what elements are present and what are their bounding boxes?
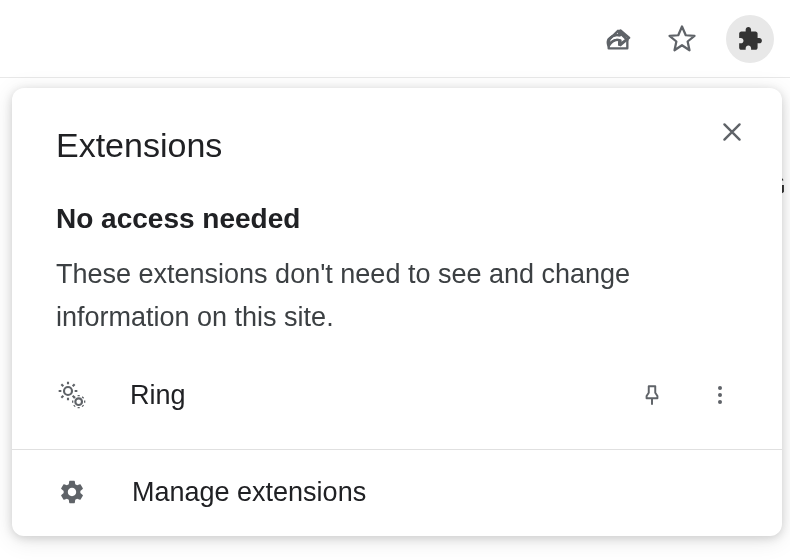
extensions-popup: PC risk.com Extensions No access needed … xyxy=(12,88,782,536)
popup-header: Extensions xyxy=(12,88,782,165)
browser-toolbar xyxy=(0,0,790,78)
close-icon[interactable] xyxy=(714,114,750,150)
more-icon[interactable] xyxy=(702,377,738,413)
svg-point-4 xyxy=(718,400,722,404)
extension-actions xyxy=(634,377,738,413)
manage-extensions-button[interactable]: Manage extensions xyxy=(12,450,782,536)
svg-point-3 xyxy=(718,393,722,397)
popup-title: Extensions xyxy=(56,126,222,165)
share-icon[interactable] xyxy=(598,19,638,59)
svg-point-2 xyxy=(718,386,722,390)
extensions-button[interactable] xyxy=(726,15,774,63)
popup-body: No access needed These extensions don't … xyxy=(12,165,782,449)
section-heading: No access needed xyxy=(56,203,738,235)
gear-icon xyxy=(56,476,88,508)
extension-name: Ring xyxy=(130,380,592,411)
section-description: These extensions don't need to see and c… xyxy=(56,253,738,339)
gears-icon xyxy=(56,379,88,411)
svg-point-0 xyxy=(64,387,72,395)
star-icon[interactable] xyxy=(662,19,702,59)
svg-point-1 xyxy=(75,399,82,406)
manage-extensions-label: Manage extensions xyxy=(132,477,366,508)
pin-icon[interactable] xyxy=(634,377,670,413)
extension-row[interactable]: Ring xyxy=(56,369,738,421)
